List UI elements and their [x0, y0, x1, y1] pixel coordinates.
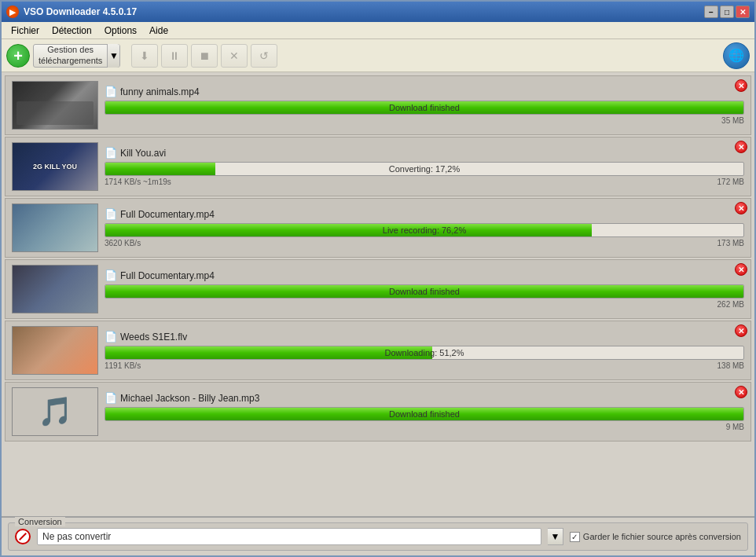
no-convert-line — [19, 533, 27, 541]
progress-bar: Download finished — [105, 101, 744, 115]
filename: 📄 Full Documentary.mp4 — [105, 208, 744, 220]
toolbar: + Gestion destéléchargements ▼ ⬇ ⏸ ⏹ ✕ ↺… — [2, 39, 754, 72]
download-size: 9 MB — [726, 423, 744, 431]
filename-text: Weeds S1E1.flv — [120, 332, 187, 343]
stop-icon: ⏹ — [199, 49, 210, 62]
file-icon: 📄 — [105, 331, 117, 343]
filename-text: Full Documentary.mp4 — [120, 209, 215, 220]
progress-bar: Download finished — [105, 284, 744, 299]
cancel-icon: ✕ — [229, 49, 239, 62]
conversion-select[interactable]: Ne pas convertir — [37, 528, 541, 545]
restore-button[interactable]: □ — [720, 5, 734, 18]
progress-section: Download finished 262 MB — [105, 284, 744, 309]
download-size: 172 MB — [717, 178, 744, 186]
thumbnail: 🎵 — [12, 387, 98, 436]
filename: 📄 Weeds S1E1.flv — [105, 331, 744, 343]
download-button[interactable]: ⬇ — [131, 44, 158, 68]
progress-bar: Live recording: 76,2% — [105, 223, 744, 237]
menu-detection[interactable]: Détection — [46, 24, 98, 38]
conversion-group: Conversion Ne pas convertir ▼ ✓ Garder l… — [8, 522, 748, 551]
pause-button[interactable]: ⏸ — [161, 44, 188, 68]
thumb-image — [13, 82, 97, 129]
keep-source-container: ✓ Garder le fichier source après convers… — [570, 532, 741, 542]
keep-source-checkbox[interactable]: ✓ — [570, 532, 580, 542]
progress-bar: Download finished — [105, 407, 744, 421]
menu-fichier[interactable]: Fichier — [5, 24, 46, 38]
close-button[interactable]: ✕ — [736, 5, 750, 18]
filename: 📄 funny animals.mp4 — [105, 86, 744, 97]
thumb-image — [13, 204, 97, 251]
filename-text: funny animals.mp4 — [120, 86, 200, 97]
download-info: 📄 funny animals.mp4 Download finished 35… — [105, 86, 744, 125]
filename: 📄 Kill You.avi — [105, 147, 744, 159]
download-item-1: 📄 funny animals.mp4 Download finished 35… — [5, 75, 751, 135]
progress-meta: 1191 KB/s 138 MB — [105, 361, 744, 370]
gestion-dropdown[interactable]: Gestion destéléchargements ▼ — [33, 44, 120, 68]
refresh-icon: ↺ — [259, 49, 269, 62]
cancel-button[interactable]: ✕ — [221, 44, 248, 68]
thumbnail: 2G KILL YOU — [12, 142, 98, 191]
music-thumb: 🎵 — [13, 388, 97, 435]
progress-meta: 35 MB — [105, 116, 744, 125]
progress-label: Download finished — [105, 408, 743, 420]
download-size: 173 MB — [717, 239, 744, 247]
download-info: 📄 Full Documentary.mp4 Live recording: 7… — [105, 208, 744, 247]
download-info: 📄 Kill You.avi Converting: 17,2% 1714 KB… — [105, 147, 744, 186]
download-info: 📄 Michael Jackson - Billy Jean.mp3 Downl… — [105, 392, 744, 431]
window-title: VSO Downloader 4.5.0.17 — [24, 6, 704, 17]
progress-meta: 9 MB — [105, 423, 744, 431]
progress-label: Live recording: 76,2% — [105, 224, 743, 236]
download-item-3: 📄 Full Documentary.mp4 Live recording: 7… — [5, 198, 751, 258]
download-info: 📄 Full Documentary.mp4 Download finished… — [105, 269, 744, 309]
download-speed: 1714 KB/s ~1m19s — [105, 178, 171, 186]
remove-button[interactable]: ✕ — [735, 263, 747, 276]
download-info: 📄 Weeds S1E1.flv Downloading: 51,2% 1191… — [105, 331, 744, 370]
thumbnail — [12, 81, 98, 130]
remove-button[interactable]: ✕ — [735, 202, 747, 214]
conversion-dropdown-arrow[interactable]: ▼ — [548, 528, 563, 545]
refresh-button[interactable]: ↺ — [251, 44, 277, 68]
download-size: 35 MB — [721, 116, 744, 125]
remove-button[interactable]: ✕ — [735, 324, 747, 337]
download-size: 138 MB — [717, 361, 744, 370]
add-button[interactable]: + — [6, 44, 30, 68]
globe-icon: 🌐 — [728, 48, 744, 63]
filename: 📄 Michael Jackson - Billy Jean.mp3 — [105, 392, 744, 404]
progress-label: Download finished — [105, 101, 743, 114]
download-speed: 1191 KB/s — [105, 361, 141, 370]
download-list: 📄 funny animals.mp4 Download finished 35… — [2, 72, 754, 516]
menu-options[interactable]: Options — [98, 24, 143, 38]
remove-button[interactable]: ✕ — [735, 141, 747, 153]
progress-meta: 1714 KB/s ~1m19s 172 MB — [105, 178, 744, 186]
filename-text: Full Documentary.mp4 — [120, 270, 215, 281]
menu-aide[interactable]: Aide — [143, 24, 174, 38]
download-item-2: 2G KILL YOU 📄 Kill You.avi Converting: 1… — [5, 137, 751, 196]
remove-button[interactable]: ✕ — [735, 79, 747, 92]
progress-bar: Converting: 17,2% — [105, 162, 744, 176]
remove-button[interactable]: ✕ — [735, 386, 747, 398]
download-size: 262 MB — [717, 300, 744, 309]
progress-section: Downloading: 51,2% 1191 KB/s 138 MB — [105, 346, 744, 370]
gestion-label: Gestion destéléchargements — [34, 45, 107, 65]
thumbnail — [12, 326, 98, 375]
progress-label: Download finished — [105, 285, 743, 298]
download-item-5: 📄 Weeds S1E1.flv Downloading: 51,2% 1191… — [5, 321, 751, 380]
progress-label: Converting: 17,2% — [105, 163, 743, 175]
bottom-panel: Conversion Ne pas convertir ▼ ✓ Garder l… — [2, 516, 754, 555]
minimize-button[interactable]: − — [704, 5, 718, 18]
progress-section: Download finished 9 MB — [105, 407, 744, 431]
gestion-dropdown-arrow[interactable]: ▼ — [107, 44, 119, 68]
progress-label: Downloading: 51,2% — [105, 346, 743, 359]
file-icon: 📄 — [105, 392, 117, 404]
download-speed: 3620 KB/s — [105, 239, 141, 247]
window-controls: − □ ✕ — [704, 5, 750, 18]
conversion-group-title: Conversion — [15, 517, 65, 526]
thumbnail — [12, 265, 98, 313]
thumbnail — [12, 203, 98, 252]
progress-section: Converting: 17,2% 1714 KB/s ~1m19s 172 M… — [105, 162, 744, 186]
stop-button[interactable]: ⏹ — [191, 44, 218, 68]
keep-source-label: Garder le fichier source après conversio… — [583, 532, 741, 541]
pause-icon: ⏸ — [169, 49, 180, 62]
globe-button[interactable]: 🌐 — [723, 42, 750, 69]
title-bar: ▶ VSO Downloader 4.5.0.17 − □ ✕ — [2, 2, 754, 22]
